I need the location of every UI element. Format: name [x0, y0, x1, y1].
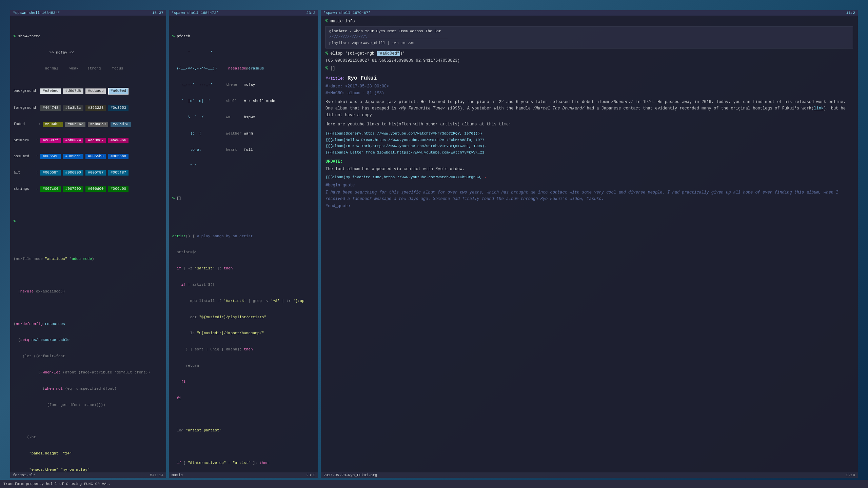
album2: {{{album(Mellow Dream,https://www.youtub… [326, 137, 853, 143]
org-macro: #+MACRO: album - $1 ($3) [326, 90, 853, 97]
progress-bar: ////////////////\_______________________… [329, 34, 849, 40]
album5: {{{album(My favorite tune,https://www.yo… [326, 175, 853, 180]
mid-header-text: *spawn-shell-1684472* [172, 11, 219, 15]
track-title: glaciære - When Your Eyes Meet From Acro… [329, 28, 849, 35]
org-body-1: Ryo Fukui was a Japanese jazz pianist. H… [326, 99, 853, 119]
right-status-right: 22:0 [846, 473, 855, 477]
left-status-right: 541:14 [150, 473, 163, 477]
update-body: The lost album has appeared via contact … [326, 166, 853, 172]
org-date: #+date: <2017-05-28 00:00> [326, 83, 853, 90]
mid-panel: *spawn-shell-1684472* 23:2 % pfetch ' ' … [169, 10, 318, 478]
mid-header-linenum: 23:2 [307, 11, 315, 15]
my-fav-italic: /My Favourite Tune/ [399, 106, 445, 111]
music-prompt: % [326, 19, 328, 24]
bottom-statusbar: Transform property hsl-l of C using FUNC… [0, 480, 868, 488]
left-panel: *spawn-shell-1684534* 15:37 % show-theme… [10, 10, 166, 478]
elisp-prompt: % [326, 51, 328, 56]
mid-panel-statusbar: music 23:2 [169, 472, 318, 478]
quote-body: I have been searching for this specific … [326, 189, 853, 202]
right-header-linenum: 11:2 [846, 11, 855, 15]
music-box: glaciære - When Your Eyes Meet From Acro… [326, 26, 853, 49]
color-swatch-a6d0ed: "#a6d0ed" [377, 51, 400, 56]
left-panel-header: *spawn-shell-1684534* 15:37 [10, 10, 166, 16]
left-panel-content: % show-theme >> mcfay << normal weak str… [10, 16, 166, 472]
outer-wrapper: *spawn-shell-1684534* 15:37 % show-theme… [0, 0, 868, 488]
prompt1: % [14, 34, 16, 38]
mid-status-right: 23:2 [307, 473, 315, 477]
end-quote: #end_quote [326, 203, 853, 209]
right-panel-content: % music info glaciære - When Your Eyes M… [321, 16, 858, 472]
left-header-linenum: 15:37 [152, 11, 163, 15]
link-text[interactable]: link [814, 106, 824, 111]
right-status-left: 2017-05-28-Ryo_Fukui.org [323, 473, 377, 477]
playlist-info: playlist: vaporwave_chill | 16h 1m 23s [329, 40, 849, 46]
scenery-italic: /Scenery/ [611, 100, 633, 104]
marcel-italic: /Marcel The Drunkard/ [533, 106, 584, 111]
right-panel-header: *spawn-shell-1679467* 11:2 [321, 10, 858, 16]
org-album-links: {{{album(Scenery,https://www.youtube.com… [326, 130, 853, 156]
bottom-message: Transform property hsl-l of C using FUNC… [3, 482, 111, 486]
album1: {{{album(Scenery,https://www.youtube.com… [326, 130, 853, 137]
org-title: #+title: Ryo Fukui [326, 74, 853, 83]
panels-container: *spawn-shell-1684534* 15:37 % show-theme… [10, 10, 858, 478]
left-status-left: forest.el* [13, 473, 35, 477]
mid-status-left: music [172, 473, 183, 477]
begin-quote: #begin_quote [326, 182, 853, 189]
left-header-text: *spawn-shell-1684534* [13, 11, 60, 15]
music-info-cmd: music info [330, 19, 355, 24]
mid-panel-header: *spawn-shell-1684472* 23:2 [169, 10, 318, 16]
show-theme-cmd: show-theme [18, 34, 40, 38]
elisp-result: (65.09803921568627 81.56862745098039 92.… [326, 58, 853, 64]
left-panel-statusbar: forest.el* 541:14 [10, 472, 166, 478]
right-panel: *spawn-shell-1679467* 11:2 % music info … [321, 10, 858, 478]
org-body-2: Here are youtube links to his(often with… [326, 121, 853, 128]
album4: {{{album(A Letter from Slowboat,https://… [326, 149, 853, 156]
right-header-text: *spawn-shell-1679467* [323, 11, 371, 15]
mid-panel-content: % pfetch ' ' ((__-^^-,--^^-__)) neeasade… [169, 16, 318, 472]
right-panel-statusbar: 2017-05-28-Ryo_Fukui.org 22:0 [321, 472, 858, 478]
empty-prompt: % [326, 66, 328, 71]
update-label: UPDATE: [326, 159, 342, 164]
update-section: UPDATE: [326, 159, 853, 165]
album3: {{{album(In New York,https://www.youtube… [326, 143, 853, 149]
